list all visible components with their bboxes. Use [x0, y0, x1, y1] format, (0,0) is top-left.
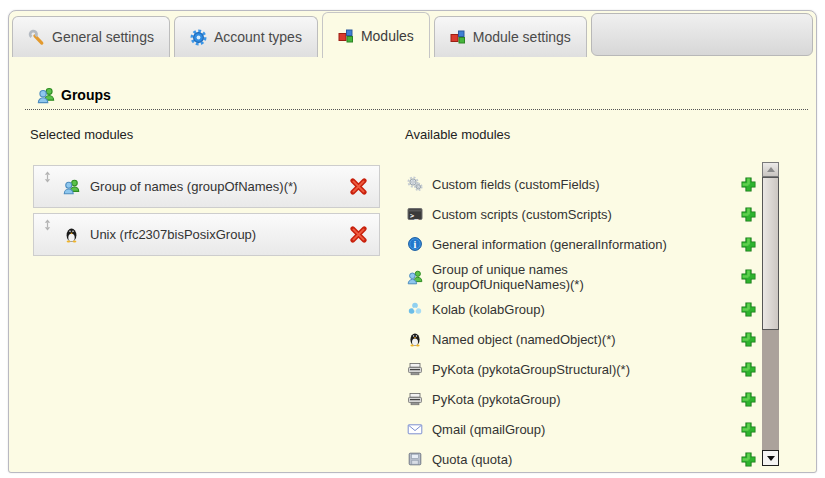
- selected-module-row: Unix (rfc2307bisPosixGroup): [33, 213, 380, 256]
- module-label: Kolab (kolabGroup): [432, 302, 545, 317]
- tab-module-settings[interactable]: Module settings: [434, 16, 587, 57]
- module-label: Quota (quota): [432, 452, 512, 467]
- scrollbar-down-button[interactable]: [762, 450, 779, 466]
- module-label: General information (generalInformation): [432, 237, 667, 252]
- green-plus-icon[interactable]: [740, 236, 757, 253]
- tab-label: Module settings: [473, 29, 571, 45]
- available-module-row: Custom fields (customFields): [407, 169, 757, 199]
- tab-modules[interactable]: Modules: [322, 12, 430, 58]
- available-module-row: Kolab (kolabGroup): [407, 294, 757, 324]
- kolab-icon: [407, 301, 423, 317]
- module-label: Custom scripts (customScripts): [432, 207, 612, 222]
- green-plus-icon[interactable]: [740, 268, 757, 285]
- available-modules-scrollbar: [762, 162, 779, 466]
- printer-icon: [407, 391, 423, 407]
- module-label: Named object (namedObject)(*): [432, 332, 616, 347]
- tab-bar: General settings Account types Modul: [9, 11, 816, 57]
- updown-arrow-icon[interactable]: [42, 171, 53, 183]
- terminal-icon: >_: [407, 206, 423, 222]
- red-x-icon[interactable]: [350, 226, 367, 243]
- module-label: Group of names (groupOfNames)(*): [90, 179, 297, 194]
- green-plus-icon[interactable]: [740, 331, 757, 348]
- section-heading-groups: Groups: [25, 86, 808, 110]
- tab-label: General settings: [52, 29, 154, 45]
- envelope-icon: [407, 421, 423, 437]
- tux-icon: [407, 331, 423, 347]
- available-modules-list: Custom fields (customFields) >_ Custom s…: [407, 169, 757, 474]
- group-icon: [63, 178, 80, 195]
- selected-modules-heading: Selected modules: [30, 127, 133, 142]
- printer-icon: [407, 361, 423, 377]
- red-x-icon[interactable]: [350, 178, 367, 195]
- scrollbar-up-button[interactable]: [762, 162, 779, 177]
- green-plus-icon[interactable]: [740, 391, 757, 408]
- tab-label: Modules: [361, 28, 414, 44]
- selected-modules-list: Group of names (groupOfNames)(*): [33, 165, 380, 261]
- wrench-icon: [28, 29, 45, 46]
- updown-arrow-icon[interactable]: [42, 219, 53, 231]
- tab-general-settings[interactable]: General settings: [12, 16, 170, 57]
- groups-icon: [37, 86, 55, 104]
- green-plus-icon[interactable]: [740, 451, 757, 468]
- config-panel: General settings Account types Modul: [8, 10, 817, 473]
- info-icon: i: [407, 236, 423, 252]
- available-module-row: Named object (namedObject)(*): [407, 324, 757, 354]
- available-module-row: PyKota (pykotaGroup): [407, 384, 757, 414]
- triangle-down-icon: [767, 456, 775, 461]
- tab-label: Account types: [214, 29, 302, 45]
- green-plus-icon[interactable]: [740, 176, 757, 193]
- section-title: Groups: [61, 87, 111, 103]
- svg-text:>_: >_: [410, 212, 419, 220]
- available-modules-heading: Available modules: [405, 127, 510, 142]
- available-module-row: PyKota (pykotaGroupStructural)(*): [407, 354, 757, 384]
- green-plus-icon[interactable]: [740, 206, 757, 223]
- scrollbar-thumb[interactable]: [762, 177, 779, 330]
- green-plus-icon[interactable]: [740, 361, 757, 378]
- green-plus-icon[interactable]: [740, 301, 757, 318]
- available-module-row: Quota (quota): [407, 444, 757, 474]
- selected-module-row: Group of names (groupOfNames)(*): [33, 165, 380, 208]
- available-module-row: i General information (generalInformatio…: [407, 229, 757, 259]
- tab-account-types[interactable]: Account types: [174, 16, 318, 57]
- group-icon: [407, 269, 423, 285]
- tab-bar-filler: [591, 13, 813, 56]
- module-label: Unix (rfc2307bisPosixGroup): [90, 227, 256, 242]
- blue-gear-icon: [190, 29, 207, 46]
- disk-icon: [407, 451, 423, 467]
- green-plus-icon[interactable]: [740, 421, 757, 438]
- module-label: PyKota (pykotaGroup): [432, 392, 561, 407]
- module-label: PyKota (pykotaGroupStructural)(*): [432, 362, 630, 377]
- module-label: Custom fields (customFields): [432, 177, 600, 192]
- gears-icon: [407, 176, 423, 192]
- module-label: Group of unique names (groupOfUniqueName…: [432, 262, 662, 292]
- available-module-row: Qmail (qmailGroup): [407, 414, 757, 444]
- svg-text:i: i: [414, 239, 417, 250]
- available-module-row: >_ Custom scripts (customScripts): [407, 199, 757, 229]
- modules-cubes-icon: [450, 29, 466, 45]
- triangle-up-icon: [767, 167, 775, 172]
- scrollbar-track[interactable]: [762, 177, 779, 450]
- available-module-row: Group of unique names (groupOfUniqueName…: [407, 259, 757, 294]
- modules-cubes-icon: [338, 28, 354, 44]
- module-label: Qmail (qmailGroup): [432, 422, 545, 437]
- tux-icon: [63, 226, 80, 243]
